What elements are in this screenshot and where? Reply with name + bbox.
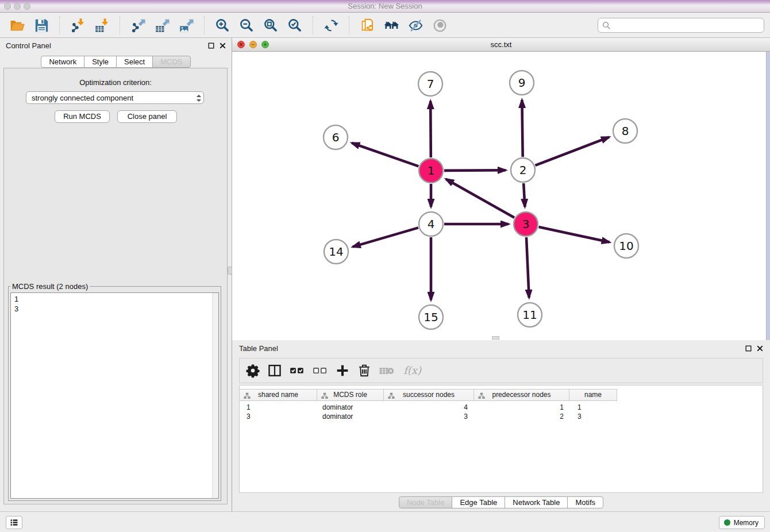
- table-row[interactable]: 1dominator411: [240, 403, 763, 412]
- column-header-predecessor-nodes[interactable]: predecessor nodes: [473, 389, 569, 401]
- import-table-icon[interactable]: [94, 17, 110, 33]
- tab-mcds[interactable]: MCDS: [152, 56, 190, 68]
- first-neighbors-icon[interactable]: [383, 17, 399, 33]
- zoom-fit-icon[interactable]: [263, 17, 279, 33]
- table-cell[interactable]: 3: [240, 412, 318, 421]
- import-network-icon[interactable]: [70, 17, 86, 33]
- clone-network-icon[interactable]: [359, 17, 375, 33]
- tab-network[interactable]: Network: [41, 56, 84, 68]
- deselect-all-rows-icon[interactable]: [312, 363, 328, 378]
- table-cell[interactable]: 1: [240, 403, 318, 412]
- panel-splitter-grip[interactable]: [228, 267, 232, 275]
- table-cell[interactable]: dominator: [318, 412, 385, 421]
- graph-edge-2-3[interactable]: [523, 183, 525, 207]
- network-window-titlebar[interactable]: scc.txt: [232, 38, 770, 52]
- mcds-result-lines: 13: [14, 294, 18, 314]
- table-row[interactable]: 3dominator323: [240, 412, 763, 421]
- column-header-shared-name[interactable]: shared name: [239, 389, 317, 401]
- graph-node-11[interactable]: 11: [518, 303, 542, 327]
- zoom-in-icon[interactable]: [214, 17, 230, 33]
- column-header-MCDS-role[interactable]: MCDS role: [317, 389, 384, 401]
- graph-node-8[interactable]: 8: [613, 119, 637, 143]
- graph-node-10[interactable]: 10: [614, 234, 638, 258]
- export-table-icon[interactable]: [154, 17, 170, 33]
- canvas-vertical-scrollbar[interactable]: [766, 52, 770, 340]
- tab-select[interactable]: Select: [116, 56, 153, 68]
- toolbar-separator: [349, 16, 349, 34]
- toolbar-separator: [313, 16, 313, 34]
- zoom-selected-icon[interactable]: [287, 17, 303, 33]
- graph-edge-4-14[interactable]: [353, 228, 418, 246]
- graph-node-1[interactable]: 1: [419, 159, 443, 183]
- export-network-icon[interactable]: [130, 17, 146, 33]
- column-header-label: shared name: [258, 391, 298, 399]
- search-input[interactable]: [614, 21, 760, 30]
- zoom-out-icon[interactable]: [238, 17, 255, 33]
- graph-node-2[interactable]: 2: [511, 158, 535, 182]
- table-tabs: Node Table Edge Table Network Table Moti…: [232, 496, 770, 508]
- graph-node-7[interactable]: 7: [418, 72, 442, 96]
- graph-edge-1-7[interactable]: [430, 101, 431, 157]
- memory-label: Memory: [734, 519, 759, 527]
- graph-edge-3-11[interactable]: [526, 237, 529, 298]
- tab-motifs[interactable]: Motifs: [567, 496, 603, 508]
- graph-node-15[interactable]: 15: [419, 305, 443, 329]
- add-column-icon[interactable]: [335, 363, 350, 378]
- graph-edge-2-8[interactable]: [536, 137, 610, 165]
- table-cell[interactable]: 3: [385, 412, 476, 421]
- column-hierarchy-icon: [321, 392, 328, 399]
- tab-network-table[interactable]: Network Table: [505, 496, 568, 508]
- table-mode-gear-icon[interactable]: [245, 363, 260, 378]
- close-table-panel-icon[interactable]: [757, 345, 763, 352]
- mcds-result-title: MCDS result (2 nodes): [10, 282, 90, 291]
- close-view-icon[interactable]: [237, 41, 245, 48]
- export-image-icon[interactable]: [178, 17, 194, 33]
- tab-style[interactable]: Style: [84, 56, 117, 68]
- close-panel-icon[interactable]: [220, 43, 226, 49]
- table-cell[interactable]: dominator: [318, 403, 385, 412]
- float-table-panel-icon[interactable]: [745, 345, 752, 352]
- graph-edge-3-10[interactable]: [539, 227, 610, 242]
- graph-edge-3-1[interactable]: [446, 179, 514, 218]
- close-panel-button[interactable]: Close panel: [117, 110, 177, 123]
- graph-node-3[interactable]: 3: [514, 212, 538, 236]
- select-all-rows-icon[interactable]: [289, 363, 305, 378]
- optimization-criterion-select[interactable]: strongly connected component: [26, 91, 204, 104]
- toolbar-separator: [59, 16, 60, 34]
- task-history-button[interactable]: [6, 516, 22, 529]
- maximize-view-icon[interactable]: [261, 41, 269, 48]
- table-cell[interactable]: 1: [476, 403, 572, 412]
- memory-button[interactable]: Memory: [719, 516, 765, 529]
- criterion-selected-value: strongly connected component: [32, 94, 133, 102]
- save-session-icon[interactable]: [33, 17, 49, 33]
- mcds-result-box[interactable]: 13: [10, 292, 219, 499]
- graph-node-14[interactable]: 14: [324, 240, 348, 264]
- minimize-view-icon[interactable]: [249, 41, 257, 48]
- graph-node-4[interactable]: 4: [419, 212, 443, 236]
- tab-node-table[interactable]: Node Table: [399, 496, 453, 508]
- graph-edge-2-9[interactable]: [522, 100, 522, 157]
- hide-selected-icon[interactable]: [407, 17, 424, 33]
- run-mcds-button[interactable]: Run MCDS: [55, 110, 110, 123]
- table-panel: Table Panel f(x) shared nameMCDS rolesuc…: [232, 340, 770, 511]
- graph-edge-1-2[interactable]: [444, 170, 506, 171]
- delete-selected-columns-icon[interactable]: [357, 363, 372, 378]
- tab-edge-table[interactable]: Edge Table: [452, 496, 505, 508]
- table-cell[interactable]: 3: [572, 412, 620, 421]
- graph-node-6[interactable]: 6: [324, 125, 348, 149]
- graph-edge-1-6[interactable]: [352, 143, 418, 167]
- float-panel-icon[interactable]: [208, 43, 214, 49]
- table-cell[interactable]: 4: [385, 403, 476, 412]
- result-scrollbar[interactable]: [212, 293, 218, 498]
- refresh-layout-icon[interactable]: [323, 17, 339, 33]
- column-header-successor-nodes[interactable]: successor nodes: [383, 389, 474, 401]
- graph-node-9[interactable]: 9: [510, 71, 534, 95]
- column-header-name[interactable]: name: [569, 389, 617, 401]
- open-file-icon[interactable]: [9, 17, 25, 33]
- table-cell[interactable]: 2: [476, 412, 572, 421]
- table-cell[interactable]: 1: [572, 403, 620, 412]
- canvas-splitter-grip[interactable]: [492, 336, 499, 340]
- toggle-panel-columns-icon[interactable]: [267, 363, 282, 378]
- network-canvas[interactable]: 7968124314101511: [232, 52, 770, 340]
- graph-node-label: 14: [329, 245, 343, 259]
